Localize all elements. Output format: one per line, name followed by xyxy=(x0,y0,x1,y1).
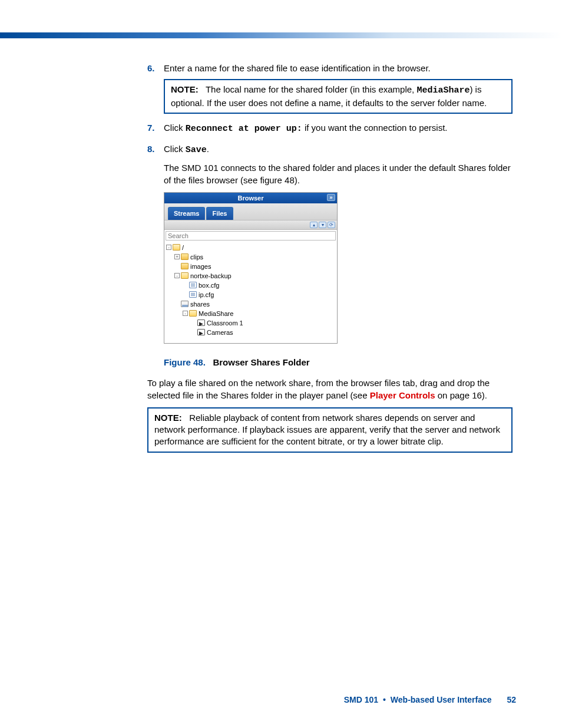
step-text-pre: Click xyxy=(164,144,186,154)
folder-icon xyxy=(181,253,189,260)
tree-mediashare[interactable]: -MediaShare xyxy=(166,309,335,318)
step-number: 7. xyxy=(147,122,155,134)
tree-box-cfg[interactable]: box.cfg xyxy=(166,281,335,290)
paragraph-after-figure: To play a file shared on the network sha… xyxy=(147,377,513,401)
toggle-icon[interactable]: + xyxy=(174,254,180,259)
tree-cameras[interactable]: Cameras xyxy=(166,328,335,337)
note-code: MediaShare xyxy=(416,85,470,95)
step-code: Save xyxy=(186,145,207,155)
browser-titlebar: Browser » xyxy=(164,193,337,203)
folder-icon xyxy=(181,263,189,269)
tree-label: box.cfg xyxy=(199,281,219,290)
browser-tabbar: Streams Files xyxy=(164,203,337,220)
para-post: on page 16). xyxy=(435,390,487,400)
note-label: NOTE: xyxy=(154,413,182,423)
step-text-post: . xyxy=(207,144,209,154)
clip-icon xyxy=(197,319,205,326)
tree-label: Cameras xyxy=(207,328,233,337)
tree-ip-cfg[interactable]: ip.cfg xyxy=(166,290,335,299)
expand-all-icon[interactable]: ▾ xyxy=(319,222,326,228)
footer-section: Web-based User Interface xyxy=(391,695,492,704)
tree-label: Classroom 1 xyxy=(207,318,243,328)
link-player-controls[interactable]: Player Controls xyxy=(370,390,435,400)
toggle-icon[interactable]: - xyxy=(183,311,188,316)
collapse-all-icon[interactable]: ▴ xyxy=(310,222,318,228)
tree-nortxe-backup[interactable]: -nortxe-backup xyxy=(166,271,335,281)
step-6: 6. Enter a name for the shared file to e… xyxy=(147,62,513,114)
tree-label: / xyxy=(182,243,184,252)
step-text-pre: Click xyxy=(164,123,186,133)
note-text-pre: The local name for the shared folder (in… xyxy=(206,84,417,94)
tree-label: ip.cfg xyxy=(199,290,214,299)
search-input[interactable] xyxy=(166,231,336,241)
footer-page-number: 52 xyxy=(507,695,516,704)
step-8-followup: The SMD 101 connects to the shared folde… xyxy=(164,162,513,186)
tree-classroom-1[interactable]: Classroom 1 xyxy=(166,318,335,328)
file-icon xyxy=(189,291,197,298)
tab-files[interactable]: Files xyxy=(206,207,233,220)
tree-root[interactable]: -/ xyxy=(166,243,335,252)
figure-title: Browser Shares Folder xyxy=(213,357,309,367)
folder-open-icon xyxy=(189,310,197,317)
toggle-icon[interactable]: - xyxy=(166,245,171,250)
tab-streams[interactable]: Streams xyxy=(168,207,205,220)
tree-images[interactable]: images xyxy=(166,262,335,271)
step-8: 8. Click Save. The SMD 101 connects to t… xyxy=(147,143,513,368)
footer-product: SMD 101 xyxy=(344,695,378,704)
file-icon xyxy=(189,282,197,288)
step-text: Enter a name for the shared file to ease… xyxy=(164,63,431,73)
folder-open-icon xyxy=(181,272,189,279)
step-number: 8. xyxy=(147,143,155,155)
footer-separator: • xyxy=(381,695,388,704)
step-7: 7. Click Reconnect at power up: if you w… xyxy=(147,122,513,135)
tree-label: MediaShare xyxy=(199,309,233,318)
toggle-icon[interactable]: - xyxy=(174,273,180,278)
note-box-2: NOTE: Reliable playback of content from … xyxy=(147,407,513,453)
tree-label: images xyxy=(190,262,211,271)
tree-shares[interactable]: shares xyxy=(166,299,335,309)
step-text-post: if you want the connection to persist. xyxy=(302,123,448,133)
note-label: NOTE: xyxy=(171,84,199,94)
collapse-icon[interactable]: » xyxy=(327,194,335,201)
clip-icon xyxy=(197,329,205,335)
note-box-1: NOTE: The local name for the shared fold… xyxy=(164,79,513,114)
browser-toolbar: ▴ ▾ ⟳ xyxy=(164,220,337,230)
header-gradient-bar xyxy=(0,32,562,38)
tree-label: clips xyxy=(190,252,203,262)
figure-caption: Figure 48. Browser Shares Folder xyxy=(164,357,513,368)
page-footer: SMD 101 • Web-based User Interface 52 xyxy=(344,695,516,704)
shares-icon xyxy=(181,301,189,307)
figure-number: Figure 48. xyxy=(164,357,206,367)
procedure-list: 6. Enter a name for the shared file to e… xyxy=(147,62,513,368)
refresh-icon[interactable]: ⟳ xyxy=(328,222,335,228)
tree-label: shares xyxy=(190,299,210,309)
note-text: Reliable playback of content from networ… xyxy=(154,413,500,447)
tree-label: nortxe-backup xyxy=(190,271,232,281)
page-content: 6. Enter a name for the shared file to e… xyxy=(147,62,513,457)
folder-open-icon xyxy=(173,244,180,251)
tree-clips[interactable]: +clips xyxy=(166,252,335,262)
browser-title-label: Browser xyxy=(237,195,263,202)
step-code: Reconnect at power up: xyxy=(186,124,302,134)
step-number: 6. xyxy=(147,62,155,74)
file-tree: -/ +clips images -nortxe-backup box.cfg … xyxy=(164,242,337,343)
browser-panel: Browser » Streams Files ▴ ▾ ⟳ -/ +clips … xyxy=(164,192,338,344)
